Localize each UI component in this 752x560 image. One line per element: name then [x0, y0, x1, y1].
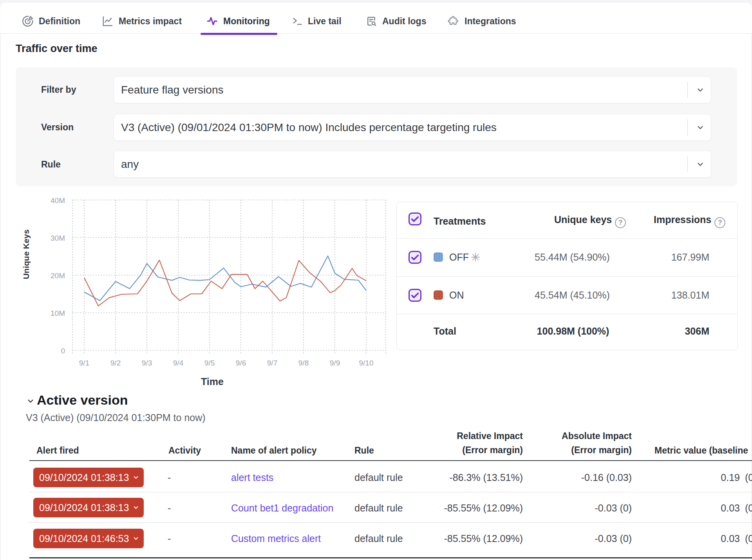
svg-text:Unique Keys: Unique Keys: [22, 229, 31, 279]
svg-text:9/4: 9/4: [173, 359, 184, 367]
svg-text:9/2: 9/2: [110, 359, 121, 367]
svg-text:Time: Time: [201, 376, 224, 387]
svg-text:9/7: 9/7: [267, 359, 277, 367]
svg-text:9/10: 9/10: [359, 359, 374, 367]
svg-text:30M: 30M: [51, 234, 65, 242]
svg-text:9/6: 9/6: [236, 359, 246, 367]
svg-text:9/3: 9/3: [142, 359, 152, 367]
svg-text:0: 0: [61, 347, 65, 355]
svg-text:40M: 40M: [51, 196, 65, 205]
svg-text:9/9: 9/9: [330, 359, 340, 367]
svg-text:9/1: 9/1: [79, 359, 89, 367]
svg-text:10M: 10M: [51, 309, 65, 317]
svg-text:20M: 20M: [51, 272, 65, 280]
svg-text:9/5: 9/5: [204, 359, 215, 367]
svg-text:9/8: 9/8: [298, 359, 309, 367]
